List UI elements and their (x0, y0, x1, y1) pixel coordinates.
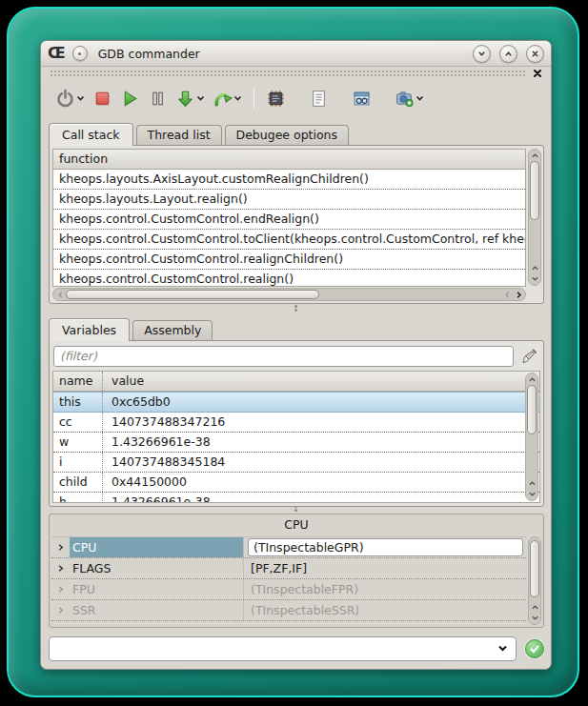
variables-tabbar: Variables Assembly (41, 316, 551, 340)
scrollbar-thumb[interactable] (530, 540, 539, 597)
register-value-field[interactable]: (TInspectableGPR) (248, 538, 523, 556)
splitter-handle[interactable] (41, 304, 551, 316)
dock-grip[interactable] (41, 67, 551, 80)
shade-up-button[interactable] (499, 45, 517, 63)
callstack-row[interactable]: kheops.control.CustomControl.realign() (53, 270, 525, 287)
dropdown-chevron-icon (76, 94, 85, 102)
camera-add-icon (395, 89, 415, 109)
execute-command-button[interactable] (525, 639, 544, 658)
expand-arrow-icon[interactable] (51, 579, 70, 599)
shade-down-button[interactable] (473, 45, 491, 63)
scroll-left-button[interactable] (54, 290, 66, 300)
callstack-row[interactable]: kheops.layouts.Layout.realign() (53, 190, 525, 210)
callstack-row[interactable]: kheops.control.CustomControl.realignChil… (53, 250, 525, 270)
chevron-up-icon (531, 264, 539, 272)
variable-value: 0xc65db0 (103, 393, 539, 412)
clear-filter-button[interactable] (518, 346, 539, 367)
variable-row[interactable]: child 0x44150000 (53, 473, 539, 493)
register-value: [PF,ZF,IF] (244, 558, 526, 578)
callstack-row[interactable]: kheops.layouts.AxisLayout.customRealignC… (53, 170, 525, 190)
scrollbar-thumb[interactable] (527, 385, 537, 434)
cpu-vertical-scrollbar[interactable] (528, 536, 541, 625)
scroll-up-button[interactable] (529, 602, 540, 613)
variables-vertical-scrollbar[interactable] (525, 373, 538, 501)
tab-thread-list[interactable]: Thread list (136, 125, 222, 145)
command-combobox[interactable] (49, 636, 517, 661)
step-into-button[interactable] (172, 87, 208, 111)
callstack-row[interactable]: kheops.control.CustomControl.endRealign(… (53, 210, 525, 230)
callstack-row[interactable]: kheops.control.CustomControl.toClient(kh… (53, 230, 525, 250)
callstack-list: function kheops.layouts.AxisLayout.custo… (52, 149, 526, 287)
cpu-group-title: CPU (50, 514, 543, 535)
splitter-dots-icon (294, 509, 297, 512)
scroll-left-button[interactable] (501, 290, 513, 300)
window-menu-button[interactable] (72, 46, 88, 61)
snapshot-add-button[interactable] (392, 87, 427, 111)
cpu-register-row[interactable]: FPU (TInspectableFPR) (51, 579, 526, 600)
cpu-register-row[interactable]: FLAGS [PF,ZF,IF] (51, 558, 526, 579)
watch-windows-button[interactable] (349, 87, 375, 111)
window-frame: Œ GDB commander (7, 7, 579, 697)
scrollbar-thumb[interactable] (66, 290, 319, 299)
filter-input[interactable] (53, 346, 514, 367)
dropdown-chevron-icon (416, 94, 424, 102)
pause-button[interactable] (145, 87, 171, 111)
combo-chevron-icon[interactable] (497, 644, 508, 653)
chevron-up-icon (528, 375, 537, 384)
tab-call-stack[interactable]: Call stack (49, 123, 133, 146)
scroll-up-button[interactable] (526, 374, 537, 385)
variables-table-header[interactable]: name value (53, 372, 539, 392)
run-button[interactable] (117, 87, 143, 111)
close-icon (531, 50, 539, 58)
titlebar[interactable]: Œ GDB commander (41, 41, 551, 67)
power-button[interactable] (52, 87, 88, 111)
tab-assembly[interactable]: Assembly (132, 320, 213, 340)
column-header-value[interactable]: value (103, 372, 539, 391)
tab-variables[interactable]: Variables (49, 318, 130, 341)
scroll-right-button[interactable] (513, 290, 524, 300)
variable-row[interactable]: this 0xc65db0 (53, 392, 539, 413)
callstack-column-header[interactable]: function (53, 150, 525, 170)
scroll-up-button[interactable] (529, 151, 540, 161)
gdb-commander-window: Œ GDB commander (40, 40, 552, 670)
register-value: (TInspectableFPR) (244, 579, 526, 599)
command-input[interactable] (57, 641, 497, 656)
chevron-up-icon (504, 50, 513, 58)
scroll-up-button[interactable] (526, 478, 537, 489)
splitter-dots-icon (294, 309, 297, 312)
variable-row[interactable]: cc 140737488347216 (53, 413, 539, 433)
dock-close-icon[interactable] (533, 69, 542, 78)
variable-name: this (53, 393, 103, 412)
variable-row[interactable]: w 1.43266961e-38 (53, 433, 539, 453)
expand-arrow-icon[interactable] (51, 558, 70, 578)
register-name: CPU (70, 537, 244, 557)
column-header-name[interactable]: name (53, 372, 103, 391)
cpu-register-row[interactable]: CPU (TInspectableGPR) (51, 537, 526, 558)
scroll-down-button[interactable] (529, 613, 540, 623)
step-over-button[interactable] (210, 87, 245, 111)
cpu-register-row[interactable]: SSR (TInspectableSSR) (51, 600, 526, 621)
scroll-up-button[interactable] (529, 263, 540, 273)
tab-debugee-options[interactable]: Debugee options (225, 125, 350, 145)
callstack-horizontal-scrollbar[interactable] (52, 288, 526, 301)
grip-texture[interactable] (50, 70, 526, 77)
window-title: GDB commander (98, 47, 200, 61)
scrollbar-thumb[interactable] (530, 161, 539, 220)
scroll-down-button[interactable] (529, 273, 540, 284)
splitter-handle[interactable] (41, 507, 551, 514)
variable-name: cc (53, 413, 103, 432)
scroll-down-button[interactable] (526, 489, 537, 499)
variable-value: 140737488345184 (103, 453, 539, 472)
variable-row[interactable]: h 1.43266961e-38 (53, 493, 539, 503)
expand-arrow-icon[interactable] (51, 600, 70, 620)
callstack-vertical-scrollbar[interactable] (528, 149, 541, 286)
dropdown-chevron-icon (233, 94, 242, 102)
chevron-up-icon (531, 603, 539, 612)
expression-list-button[interactable] (306, 87, 332, 111)
expand-arrow-icon[interactable] (51, 537, 70, 557)
variable-row[interactable]: i 140737488345184 (53, 453, 539, 473)
cpu-view-button[interactable] (263, 87, 289, 111)
variable-name: i (53, 453, 103, 472)
close-window-button[interactable] (526, 45, 544, 63)
stop-button[interactable] (90, 87, 115, 111)
